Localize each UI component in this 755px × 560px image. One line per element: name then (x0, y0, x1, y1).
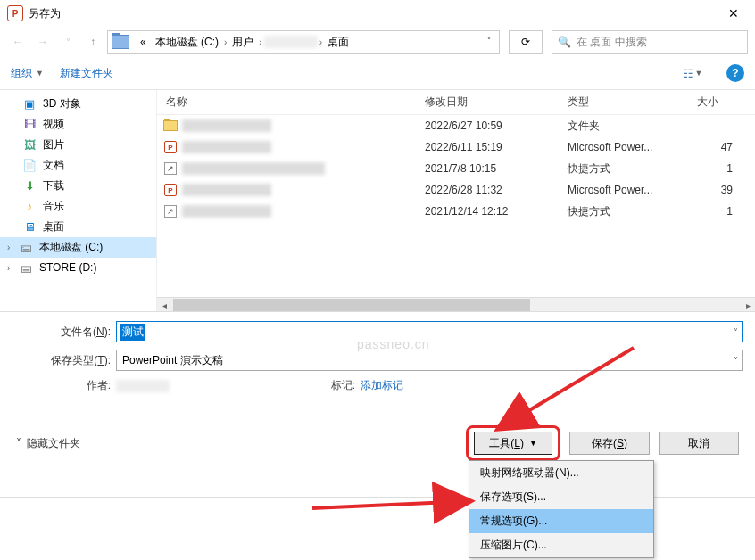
sidebar: ▣3D 对象 🎞视频 🖼图片 📄文档 ⬇下载 ♪音乐 🖥桌面 ›🖴本地磁盘 (C… (0, 90, 156, 311)
music-icon: ♪ (21, 200, 37, 214)
file-size: 39 (697, 184, 733, 196)
cube-icon: ▣ (21, 97, 37, 111)
file-size: 1 (697, 162, 733, 175)
horizontal-scrollbar[interactable]: ◂ ▸ (157, 297, 755, 311)
file-size: 47 (697, 141, 733, 153)
close-button[interactable]: ✕ (719, 3, 748, 24)
help-button[interactable]: ? (726, 64, 744, 82)
ppt-icon: P (164, 184, 177, 196)
tag-label: 标记: (312, 378, 361, 393)
new-folder-button[interactable]: 新建文件夹 (60, 66, 113, 81)
scroll-thumb[interactable] (173, 299, 530, 311)
menu-item-map-drive[interactable]: 映射网络驱动器(N)... (469, 461, 653, 485)
annotation-arrow-2 (312, 482, 482, 520)
file-row[interactable]: P2022/6/28 11:32Microsoft Power...39 (157, 179, 755, 201)
folder-icon (163, 120, 178, 131)
breadcrumb-seg-blurred[interactable] (264, 36, 318, 48)
shortcut-icon: ↗ (164, 205, 177, 218)
chevron-down-icon[interactable]: ˅ (734, 327, 738, 337)
nav-up-button[interactable]: ↑ (82, 31, 104, 53)
sidebar-item-music[interactable]: ♪音乐 (0, 196, 156, 217)
filename-input[interactable]: 测试 ˅ (116, 321, 743, 342)
sidebar-item-3dobjects[interactable]: ▣3D 对象 (0, 94, 156, 114)
sidebar-item-drive-d[interactable]: ›🖴STORE (D:) (0, 258, 156, 277)
breadcrumb-seg[interactable]: 用户 (228, 33, 257, 52)
file-name-blurred (182, 119, 271, 132)
doc-icon: 📄 (21, 159, 37, 173)
file-date: 2022/6/11 15:19 (425, 141, 568, 153)
chevron-right-icon: › (259, 37, 261, 47)
breadcrumb-seg[interactable]: 桌面 (324, 33, 353, 52)
filetype-select[interactable]: PowerPoint 演示文稿 ˅ (116, 350, 743, 371)
filetype-label: 保存类型(T): (12, 353, 116, 368)
file-date: 2022/6/27 10:59 (425, 119, 568, 132)
sidebar-item-drive-c[interactable]: ›🖴本地磁盘 (C:) (0, 237, 156, 258)
file-row[interactable]: P2022/6/11 15:19Microsoft Power...47 (157, 136, 755, 158)
sidebar-item-desktop[interactable]: 🖥桌面 (0, 217, 156, 237)
file-row[interactable]: ↗2021/7/8 10:15快捷方式1 (157, 158, 755, 179)
address-dropdown-icon[interactable]: ˅ (479, 36, 499, 48)
tools-button[interactable]: 工具(L) ▼ (474, 432, 552, 455)
drive-icon: 🖴 (18, 260, 34, 275)
file-date: 2021/12/14 12:12 (425, 205, 568, 218)
chevron-down-icon: ˅ (16, 437, 21, 449)
filetype-value: PowerPoint 演示文稿 (122, 353, 223, 368)
nav-back-button[interactable]: ← (7, 31, 29, 53)
address-bar[interactable]: « 本地磁盘 (C:) › 用户 › › 桌面 ˅ (107, 30, 500, 54)
chevron-down-icon[interactable]: ˅ (734, 356, 738, 366)
file-row[interactable]: ↗2021/12/14 12:12快捷方式1 (157, 201, 755, 222)
breadcrumb-prefix: « (137, 34, 150, 50)
menu-item-save-options[interactable]: 保存选项(S)... (469, 485, 653, 509)
add-tag-link[interactable]: 添加标记 (361, 378, 403, 393)
film-icon: 🎞 (21, 118, 37, 132)
caret-icon[interactable]: › (7, 263, 10, 273)
filename-value: 测试 (120, 324, 145, 341)
file-type: 快捷方式 (568, 161, 697, 177)
scroll-left-icon[interactable]: ◂ (157, 298, 171, 312)
folder-icon (112, 35, 129, 49)
chevron-down-icon: ▼ (529, 439, 537, 448)
hide-folders-toggle[interactable]: ˅ 隐藏文件夹 (16, 436, 80, 451)
file-size: 1 (697, 205, 733, 218)
author-value-blurred[interactable] (116, 380, 170, 392)
sidebar-item-documents[interactable]: 📄文档 (0, 155, 156, 176)
window-title: 另存为 (29, 6, 61, 21)
scroll-right-icon[interactable]: ▸ (741, 298, 755, 312)
refresh-button[interactable]: ⟳ (509, 30, 543, 54)
image-icon: 🖼 (21, 138, 37, 152)
column-header-type[interactable]: 类型 (568, 95, 697, 110)
save-button[interactable]: 保存(S) (569, 432, 650, 455)
caret-icon[interactable]: › (7, 243, 10, 252)
tools-dropdown-menu: 映射网络驱动器(N)... 保存选项(S)... 常规选项(G)... 压缩图片… (469, 460, 654, 558)
file-name-blurred (182, 141, 271, 153)
file-row[interactable]: 2022/6/27 10:59文件夹 (157, 115, 755, 136)
file-type: Microsoft Power... (568, 184, 697, 196)
file-type: Microsoft Power... (568, 141, 697, 153)
cancel-button[interactable]: 取消 (659, 432, 739, 455)
nav-recent-button[interactable]: ˅ (57, 31, 79, 53)
organize-button[interactable]: 组织▼ (11, 66, 44, 81)
sidebar-item-videos[interactable]: 🎞视频 (0, 114, 156, 135)
search-placeholder: 在 桌面 中搜索 (577, 35, 647, 50)
search-icon: 🔍 (558, 36, 571, 48)
file-type: 快捷方式 (568, 204, 697, 219)
column-header-size[interactable]: 大小 (697, 95, 742, 110)
download-icon: ⬇ (21, 179, 37, 194)
menu-item-compress-pictures[interactable]: 压缩图片(C)... (469, 533, 653, 557)
svg-line-1 (312, 501, 469, 508)
column-header-name[interactable]: 名称 (157, 95, 425, 110)
menu-item-general-options[interactable]: 常规选项(G)... (469, 509, 653, 533)
filename-label: 文件名(N): (12, 325, 116, 340)
breadcrumb-seg[interactable]: 本地磁盘 (C:) (152, 33, 222, 52)
nav-forward-button[interactable]: → (32, 31, 54, 53)
search-input[interactable]: 🔍 在 桌面 中搜索 (552, 30, 748, 54)
file-type: 文件夹 (568, 119, 697, 134)
file-name-blurred (182, 184, 271, 196)
file-date: 2021/7/8 10:15 (425, 162, 568, 175)
shortcut-icon: ↗ (164, 162, 177, 175)
desktop-icon: 🖥 (21, 220, 37, 235)
column-header-date[interactable]: 修改日期 (425, 95, 568, 110)
sidebar-item-pictures[interactable]: 🖼图片 (0, 135, 156, 155)
view-options-button[interactable]: ☷▼ (675, 64, 710, 82)
sidebar-item-downloads[interactable]: ⬇下载 (0, 176, 156, 196)
